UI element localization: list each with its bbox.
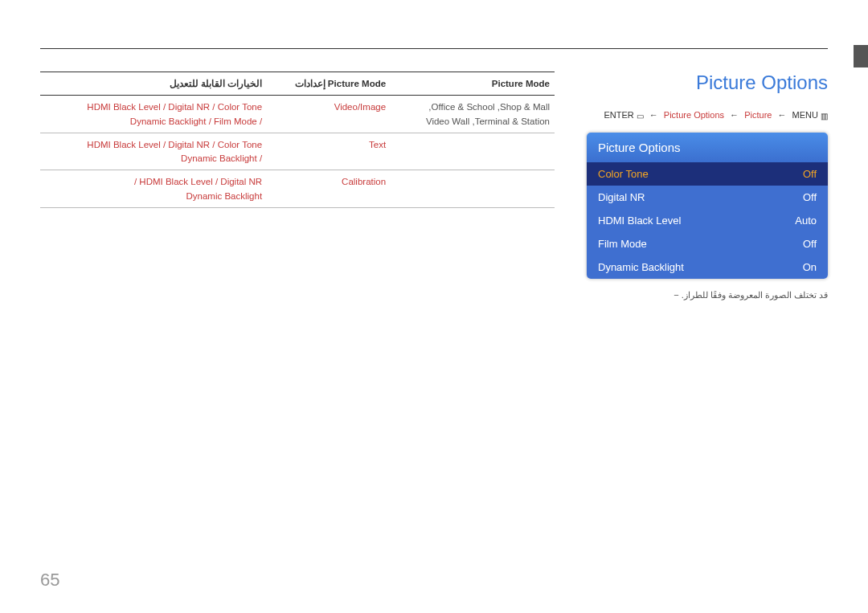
table-row: / HDMI Black Level / Digital NRDynamic B… (40, 170, 555, 208)
osd-item-dynamic-backlight[interactable]: Dynamic Backlight On (587, 255, 828, 279)
osd-item-digital-nr[interactable]: Digital NR Off (587, 186, 828, 209)
table-header-row: الخيارات القابلة للتعديل إعدادات Picture… (40, 72, 555, 96)
cell-mode-settings: Text (267, 133, 391, 170)
osd-item-film-mode[interactable]: Film Mode Off (587, 232, 828, 255)
cell-picture-mode (391, 170, 555, 208)
options-table: الخيارات القابلة للتعديل إعدادات Picture… (40, 72, 555, 208)
arrow-left-icon: ← (730, 110, 739, 120)
osd-label: Film Mode (598, 238, 647, 250)
table-area: الخيارات القابلة للتعديل إعدادات Picture… (40, 72, 555, 300)
right-column: Picture Options ENTER ▭ ← Picture Option… (587, 72, 828, 300)
section-title: Picture Options (587, 72, 828, 94)
osd-value: Auto (795, 215, 817, 227)
cell-adjustable: HDMI Black Level / Digital NR / Color To… (40, 96, 267, 133)
top-divider (40, 48, 828, 49)
page-number: 65 (40, 570, 59, 591)
breadcrumb: ENTER ▭ ← Picture Options ← Picture ← ME… (587, 110, 828, 121)
cell-mode-settings: Video/Image (267, 96, 391, 133)
content-area: الخيارات القابلة للتعديل إعدادات Picture… (40, 72, 828, 300)
table-row: HDMI Black Level / Digital NR / Color To… (40, 96, 555, 133)
menu-icon: ▥ (821, 112, 828, 121)
bc-menu: MENU (792, 110, 818, 120)
osd-value: Off (803, 238, 817, 250)
th-picture-mode: Picture Mode (391, 72, 555, 96)
bc-enter: ENTER (604, 110, 633, 120)
osd-panel: Picture Options Color Tone Off Digital N… (587, 133, 828, 279)
th-adjustable: الخيارات القابلة للتعديل (40, 72, 267, 96)
osd-value: Off (803, 168, 817, 180)
th-mode-settings: إعدادات Picture Mode (267, 72, 391, 96)
osd-value: On (803, 261, 817, 273)
osd-title: Picture Options (587, 133, 828, 162)
osd-value: Off (803, 191, 817, 203)
osd-label: Color Tone (598, 168, 649, 180)
cell-mode-settings: Calibration (267, 170, 391, 208)
enter-icon: ▭ (637, 112, 644, 121)
cell-picture-mode (391, 133, 555, 170)
osd-label: HDMI Black Level (598, 215, 681, 227)
osd-item-color-tone[interactable]: Color Tone Off (587, 162, 828, 186)
cell-adjustable: HDMI Black Level / Digital NR / Color To… (40, 133, 267, 170)
table-row: HDMI Black Level / Digital NR / Color To… (40, 133, 555, 170)
footnote: قد تختلف الصورة المعروضة وفقًا للطراز. − (587, 290, 828, 300)
osd-item-hdmi-black-level[interactable]: HDMI Black Level Auto (587, 209, 828, 232)
arrow-left-icon: ← (777, 110, 786, 120)
cell-picture-mode: ,Office & School ,Shop & MallVideo Wall … (391, 96, 555, 133)
arrow-left-icon: ← (649, 110, 658, 120)
bc-picture: Picture (744, 110, 772, 120)
bc-picture-options: Picture Options (664, 110, 724, 120)
cell-adjustable: / HDMI Black Level / Digital NRDynamic B… (40, 170, 267, 208)
osd-label: Digital NR (598, 191, 645, 203)
osd-label: Dynamic Backlight (598, 261, 684, 273)
page-edge-marker (854, 45, 868, 67)
